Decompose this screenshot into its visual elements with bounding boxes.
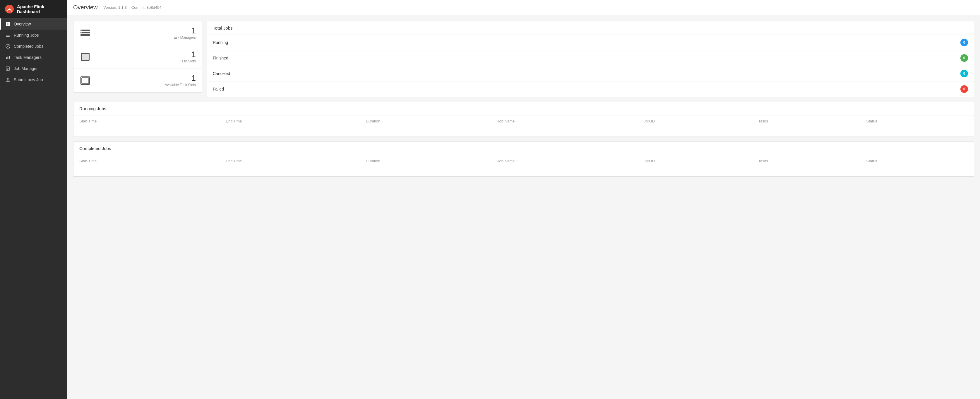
running-jobs-columns: Start Time End Time Duration Job Name Jo… — [73, 115, 974, 127]
svg-rect-13 — [7, 68, 9, 68]
running-jobs-table: Start Time End Time Duration Job Name Jo… — [73, 115, 974, 137]
job-status-finished: Finished 0 — [207, 50, 974, 66]
completed-jobs-table: Start Time End Time Duration Job Name Jo… — [73, 155, 974, 176]
failed-label: Failed — [213, 87, 960, 91]
finished-count: 0 — [960, 54, 968, 62]
sidebar-item-overview-label: Overview — [14, 22, 31, 26]
svg-rect-3 — [6, 24, 8, 26]
col-job-id-c: Job ID — [638, 155, 752, 167]
svg-rect-7 — [6, 36, 10, 37]
col-start-time: Start Time — [73, 115, 220, 127]
grid-icon — [6, 22, 11, 26]
task-slots-value-group: 1 Task Slots — [180, 50, 196, 63]
job-status-canceled: Canceled 0 — [207, 66, 974, 81]
stats-row: 1 Task Managers 1 Task Slots — [73, 21, 974, 97]
completed-jobs-section: Completed Jobs Start Time End Time Durat… — [73, 142, 974, 177]
col-end-time: End Time — [220, 115, 360, 127]
flink-logo-icon — [5, 5, 14, 14]
col-duration-c: Duration — [360, 155, 492, 167]
svg-rect-25 — [81, 77, 89, 85]
failed-count: 0 — [960, 85, 968, 93]
task-managers-icon — [80, 27, 91, 39]
completed-jobs-empty-cell — [73, 167, 974, 177]
task-slots-icon — [80, 51, 91, 63]
list-alt-icon — [6, 66, 11, 71]
task-managers-count: 1 — [172, 27, 196, 35]
finished-label: Finished — [213, 56, 960, 61]
completed-jobs-columns: Start Time End Time Duration Job Name Jo… — [73, 155, 974, 167]
col-tasks: Tasks — [752, 115, 860, 127]
sidebar-item-submit-job[interactable]: Submit new Job — [0, 74, 67, 85]
stats-cards-panel: 1 Task Managers 1 Task Slots — [73, 21, 202, 93]
svg-rect-11 — [9, 56, 10, 59]
col-status-c: Status — [861, 155, 974, 167]
col-tasks-c: Tasks — [752, 155, 860, 167]
col-job-id: Job ID — [638, 115, 752, 127]
sidebar-item-completed-jobs-label: Completed Jobs — [14, 44, 43, 49]
check-circle-icon — [6, 44, 11, 49]
completed-jobs-empty-row — [73, 167, 974, 177]
svg-rect-24 — [82, 54, 89, 60]
running-jobs-empty-row — [73, 127, 974, 137]
col-duration: Duration — [360, 115, 492, 127]
task-slots-count: 1 — [180, 50, 196, 59]
available-slots-value-group: 1 Available Task Slots — [165, 74, 196, 87]
sidebar-item-overview[interactable]: Overview — [0, 18, 67, 30]
svg-rect-14 — [7, 69, 9, 69]
sidebar-item-job-manager[interactable]: Job Manager — [0, 63, 67, 74]
page-title: Overview — [73, 4, 97, 11]
running-jobs-section: Running Jobs Start Time End Time Duratio… — [73, 102, 974, 137]
sidebar-item-task-managers-label: Task Managers — [14, 55, 41, 60]
total-jobs-header: Total Jobs — [207, 21, 974, 35]
svg-rect-20 — [81, 30, 82, 30]
commit-label: Commit: 8e8d454 — [131, 5, 162, 10]
svg-rect-9 — [6, 57, 7, 59]
task-slots-label: Task Slots — [180, 59, 196, 63]
svg-rect-16 — [6, 81, 10, 82]
sidebar-item-running-jobs[interactable]: Running Jobs — [0, 30, 67, 41]
col-status: Status — [861, 115, 974, 127]
col-job-name-c: Job Name — [492, 155, 638, 167]
svg-rect-15 — [7, 69, 8, 70]
canceled-label: Canceled — [213, 71, 960, 76]
sidebar-header: Apache Flink Dashboard — [0, 0, 67, 18]
stat-available-slots: 1 Available Task Slots — [73, 69, 202, 92]
sidebar-item-running-jobs-label: Running Jobs — [14, 33, 39, 37]
available-slots-label: Available Task Slots — [165, 83, 196, 87]
svg-rect-5 — [6, 34, 10, 34]
task-managers-label: Task Managers — [172, 35, 196, 40]
sidebar-item-completed-jobs[interactable]: Completed Jobs — [0, 41, 67, 52]
running-label: Running — [213, 40, 960, 45]
svg-rect-1 — [6, 22, 8, 24]
job-status-failed: Failed 0 — [207, 81, 974, 97]
svg-rect-2 — [8, 22, 10, 24]
job-status-running: Running 0 — [207, 35, 974, 50]
running-jobs-empty-cell — [73, 127, 974, 137]
bar-chart-icon — [6, 55, 11, 60]
running-count: 0 — [960, 39, 968, 46]
stat-task-slots: 1 Task Slots — [73, 45, 202, 69]
sidebar-item-job-manager-label: Job Manager — [14, 66, 38, 71]
upload-icon — [6, 77, 11, 82]
svg-rect-26 — [82, 78, 89, 83]
main-content: Overview Version: 1.1.3 Commit: 8e8d454 — [67, 0, 980, 399]
completed-jobs-header: Completed Jobs — [73, 142, 974, 155]
svg-rect-4 — [8, 24, 10, 26]
running-jobs-header: Running Jobs — [73, 102, 974, 115]
svg-rect-10 — [8, 57, 8, 59]
col-job-name: Job Name — [492, 115, 638, 127]
sidebar: Apache Flink Dashboard Overview — [0, 0, 67, 399]
col-end-time-c: End Time — [220, 155, 360, 167]
canceled-count: 0 — [960, 70, 968, 77]
stat-task-managers: 1 Task Managers — [73, 21, 202, 45]
version-label: Version: 1.1.3 — [103, 5, 127, 10]
sidebar-nav: Overview Running Jobs Completed Jobs — [0, 18, 67, 85]
topbar: Overview Version: 1.1.3 Commit: 8e8d454 — [67, 0, 980, 15]
sidebar-item-task-managers[interactable]: Task Managers — [0, 52, 67, 63]
available-slots-icon — [80, 75, 91, 86]
col-start-time-c: Start Time — [73, 155, 220, 167]
total-jobs-panel: Total Jobs Running 0 Finished 0 Canceled… — [207, 21, 974, 97]
list-icon — [6, 33, 11, 37]
sidebar-item-submit-job-label: Submit new Job — [14, 77, 43, 82]
content-area: 1 Task Managers 1 Task Slots — [67, 15, 980, 182]
